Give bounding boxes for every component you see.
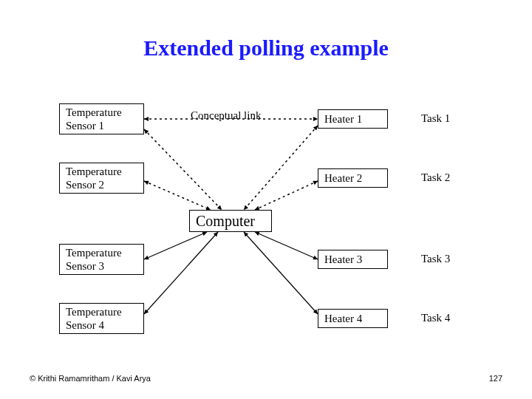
svg-line-7 — [255, 232, 318, 259]
conceptual-link-label: Conceptual link — [191, 109, 261, 122]
heater-4-box: Heater 4 — [318, 309, 388, 328]
svg-line-4 — [255, 181, 318, 210]
task-3-label: Task 3 — [421, 253, 450, 265]
computer-label: Computer — [196, 212, 255, 230]
task-4-label: Task 4 — [421, 312, 450, 324]
slide-title: Extended polling example — [0, 35, 532, 61]
svg-line-1 — [144, 129, 222, 210]
heater-3-box: Heater 3 — [318, 250, 388, 269]
heater-1-box: Heater 1 — [318, 109, 388, 129]
footer-credit: © Krithi Ramamritham / Kavi Arya — [30, 374, 151, 383]
computer-box: Computer — [189, 210, 272, 232]
sensor-1-box: Temperature Sensor 1 — [59, 103, 144, 134]
svg-line-5 — [144, 232, 207, 259]
heater-2-box: Heater 2 — [318, 168, 388, 188]
task-2-label: Task 2 — [421, 171, 450, 184]
sensor-2-box: Temperature Sensor 2 — [59, 163, 144, 194]
page-number: 127 — [489, 374, 502, 383]
svg-line-2 — [144, 181, 211, 210]
svg-line-6 — [144, 232, 218, 314]
sensor-4-box: Temperature Sensor 4 — [59, 303, 144, 334]
sensor-3-box: Temperature Sensor 3 — [59, 244, 144, 275]
svg-line-8 — [244, 232, 318, 314]
task-1-label: Task 1 — [421, 112, 450, 125]
svg-line-3 — [244, 126, 318, 210]
